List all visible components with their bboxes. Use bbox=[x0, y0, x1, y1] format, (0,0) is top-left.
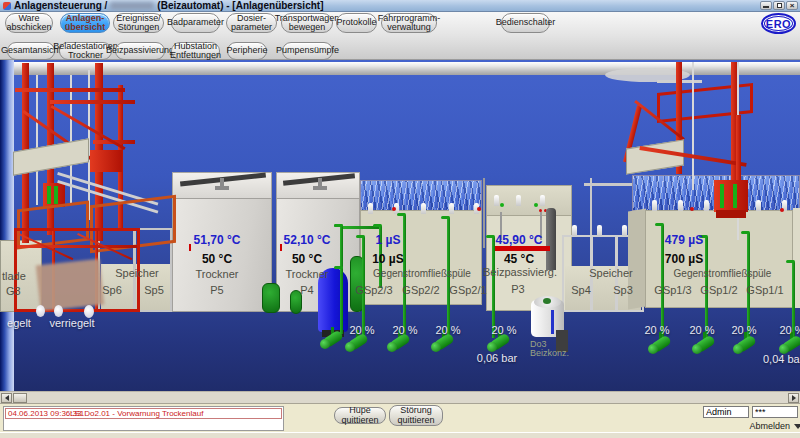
minimize-icon bbox=[763, 6, 769, 8]
view-peripherie[interactable]: Peripherie bbox=[227, 42, 267, 60]
nav-ereignisse-stoerungen[interactable]: Ereignisse/ Störungen bbox=[113, 13, 164, 33]
window-title-app: Anlagensteuerung / bbox=[14, 0, 107, 11]
dryer-p4-name: Trockner bbox=[267, 268, 347, 280]
restore-icon bbox=[777, 3, 782, 8]
anlagensteuerung-window: Anlagensteuerung / (Beizautomat) - [Anla… bbox=[0, 0, 800, 438]
level-indicator bbox=[551, 310, 554, 334]
gsp2-conductivity-setpoint: 10 µS bbox=[348, 252, 428, 266]
minimize-button[interactable] bbox=[760, 1, 772, 10]
status-dot-red bbox=[477, 207, 481, 211]
close-button[interactable]: × bbox=[786, 1, 798, 10]
p3-id: P3 bbox=[488, 283, 548, 295]
gsp2-3-id: GSp2/3 bbox=[353, 284, 395, 296]
alarm-row[interactable]: 04.06.2013 09:36:33 LS1Do2.01 - Vorwarnu… bbox=[5, 408, 282, 419]
dryer-p5-temp-actual: 51,70 °C bbox=[177, 233, 257, 247]
plant-3d-view[interactable]: 51,70 °C 50 °C Trockner P5 52,10 °C 50 °… bbox=[0, 60, 800, 391]
dryer-p4-id: P4 bbox=[267, 284, 347, 296]
scroll-right-button[interactable] bbox=[788, 393, 799, 403]
dryer-p4-temp-setpoint: 50 °C bbox=[267, 252, 347, 266]
nav-ware-abschicken[interactable]: Ware abschicken bbox=[5, 13, 53, 33]
nav-transportwagen-bewegen[interactable]: Transportwagen bewegen bbox=[281, 13, 333, 33]
app-icon bbox=[3, 2, 11, 10]
dryer-p5-temp-setpoint: 50 °C bbox=[177, 252, 257, 266]
gsp1-1-id: GSp1/1 bbox=[742, 284, 788, 296]
cart-wheel bbox=[54, 305, 63, 317]
status-bar bbox=[0, 432, 800, 438]
valve-opening-label: 20 % bbox=[488, 324, 520, 336]
dryer-p5-name: Trockner bbox=[177, 268, 257, 280]
gsp1-2-id: GSp1/2 bbox=[696, 284, 742, 296]
gsp1-3-id: GSp1/3 bbox=[650, 284, 696, 296]
status-dot-red bbox=[392, 207, 396, 211]
redacted-plant-name bbox=[110, 2, 154, 10]
p3-temp-actual: 45,90 °C bbox=[478, 233, 560, 247]
storage2-sp4: Sp4 bbox=[566, 284, 596, 296]
gsp2-name: Gegenstromfließspüle bbox=[362, 268, 482, 279]
valve-opening-label: 20 % bbox=[641, 324, 673, 336]
gsp2-conductivity-actual: 1 µS bbox=[348, 233, 428, 247]
close-icon: × bbox=[790, 1, 795, 10]
dryer-p5-id: P5 bbox=[177, 284, 257, 296]
view-beladestationen-trockner[interactable]: Beladestationen Trockner bbox=[59, 42, 112, 60]
valve-gsp1-1[interactable] bbox=[733, 332, 759, 359]
lock-status-left: egelt bbox=[0, 317, 38, 329]
valve-opening-label: 20 % bbox=[776, 324, 800, 336]
scroll-left-button[interactable] bbox=[1, 393, 12, 403]
logout-button[interactable]: Abmelden bbox=[748, 421, 790, 432]
left-wall-edge bbox=[0, 60, 14, 391]
horizontal-scrollbar[interactable] bbox=[0, 391, 800, 403]
gsp1-conductivity-setpoint: 700 µS bbox=[634, 252, 734, 266]
valve-opening-label: 20 % bbox=[728, 324, 760, 336]
status-dot-green bbox=[534, 203, 538, 207]
ack-fault-button[interactable]: Störung quittieren bbox=[389, 405, 443, 426]
nav-protokolle[interactable]: Protokolle bbox=[336, 13, 377, 33]
valve-opening-label: 20 % bbox=[389, 324, 421, 336]
password-field[interactable] bbox=[752, 406, 798, 418]
valve-opening-label: 20 % bbox=[686, 324, 718, 336]
view-pumpensuempfe[interactable]: Pumpensümpfe bbox=[282, 42, 333, 60]
nav-anlagenuebersicht[interactable]: Anlagen- übersicht bbox=[60, 13, 110, 33]
lock-status-right: verriegelt bbox=[44, 317, 100, 329]
valve-opening-label: 20 % bbox=[346, 324, 378, 336]
gsp2-1-id: GSp2/1 bbox=[447, 284, 489, 296]
scrollbar-thumb[interactable] bbox=[13, 393, 27, 403]
view-beizpassivierung[interactable]: Beizpassivierung bbox=[115, 42, 165, 60]
nav-fahrprogrammverwaltung[interactable]: Fahrprogramm- verwaltung bbox=[381, 13, 437, 33]
nav-dosierparameter[interactable]: Dosier- parameter bbox=[226, 13, 277, 33]
title-bar: Anlagensteuerung / (Beizautomat) - [Anla… bbox=[0, 0, 800, 12]
view-gesamtansicht[interactable]: Gesamtansicht bbox=[7, 42, 55, 60]
chevron-down-icon[interactable] bbox=[794, 424, 800, 429]
valve-opening-label: 20 % bbox=[432, 324, 464, 336]
nav-bedienschalter[interactable]: Bedienschalter bbox=[501, 13, 550, 33]
storage2-name: Speicher bbox=[580, 267, 642, 279]
storage1-sp5: Sp5 bbox=[140, 284, 168, 296]
scroll-right-icon bbox=[792, 395, 796, 401]
gsp2-pressure: 0,06 bar bbox=[471, 352, 523, 364]
storage2-sp3: Sp3 bbox=[608, 284, 638, 296]
restore-button[interactable] bbox=[773, 1, 785, 10]
bottom-panel: 04.06.2013 09:36:33 LS1Do2.01 - Vorwarnu… bbox=[0, 403, 800, 432]
gsp1-pressure: 0,04 bar bbox=[763, 353, 800, 365]
status-dot-green bbox=[500, 203, 504, 207]
dryer-p4-temp-actual: 52,10 °C bbox=[267, 233, 347, 247]
station-g3-name-fragment: tlade bbox=[2, 270, 36, 282]
ero-logo: ERO bbox=[761, 13, 796, 34]
valve[interactable] bbox=[320, 327, 346, 354]
alarm-list[interactable]: 04.06.2013 09:36:33 LS1Do2.01 - Vorwarnu… bbox=[3, 406, 284, 431]
alarm-timestamp: 04.06.2013 09:36:33 bbox=[6, 409, 70, 418]
alarm-message: LS1Do2.01 - Vorwarnung Trockenlauf bbox=[70, 409, 203, 418]
scroll-left-icon bbox=[5, 395, 9, 401]
view-hubstation-entfettungen[interactable]: Hubstation Entfettungen bbox=[171, 42, 220, 60]
crane-hoist bbox=[90, 150, 122, 172]
valve-gsp1-2[interactable] bbox=[692, 332, 718, 359]
username-field[interactable] bbox=[703, 406, 749, 418]
valve-gsp1-3[interactable] bbox=[648, 332, 674, 359]
storage1-sp6: Sp6 bbox=[98, 284, 126, 296]
window-title-doc: (Beizautomat) - [Anlagenübersicht] bbox=[157, 0, 323, 11]
status-dot-red bbox=[690, 207, 694, 211]
ack-horn-button[interactable]: Hupe quittieren bbox=[334, 407, 386, 424]
p3-name: Beizpassivierg. bbox=[478, 266, 562, 278]
nav-badparameter[interactable]: Badparameter bbox=[171, 13, 220, 33]
cart-wheel bbox=[36, 305, 45, 317]
gsp1-conductivity-actual: 479 µS bbox=[634, 233, 734, 247]
